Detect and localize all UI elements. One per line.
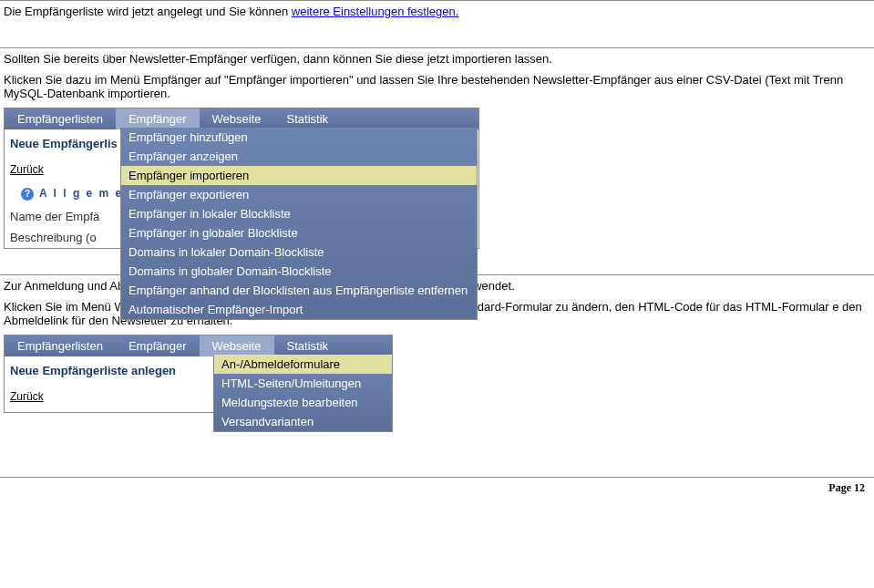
dropdown-item[interactable]: Meldungstexte bearbeiten [214, 393, 392, 412]
intro-text-1: Die Empfängerliste wird jetzt angelegt u… [4, 5, 292, 18]
dropdown-item[interactable]: Empfänger anzeigen [121, 147, 477, 166]
dropdown-item[interactable]: Empfänger in globaler Blockliste [121, 223, 477, 242]
dropdown-item[interactable]: An-/Abmeldeformulare [214, 355, 392, 374]
dropdown-item[interactable]: Empfänger exportieren [121, 185, 477, 204]
help-icon[interactable]: ? [21, 188, 34, 201]
webseite-dropdown: An-/AbmeldeformulareHTML-Seiten/Umleitun… [213, 355, 393, 432]
menu-bar-2: Empfängerlisten Empfänger Webseite Stati… [5, 335, 392, 356]
menu-bar-1: Empfängerlisten Empfänger Webseite Stati… [5, 108, 478, 129]
empfaenger-dropdown: Empfänger hinzufügenEmpfänger anzeigenEm… [120, 128, 478, 320]
settings-link[interactable]: weitere Einstellungen festlegen. [292, 5, 459, 18]
dropdown-item[interactable]: Automatischer Empfänger-Import [121, 300, 477, 319]
dropdown-item[interactable]: Empfänger in lokaler Blockliste [121, 204, 477, 223]
page-number: Page 12 [0, 478, 874, 500]
intro-line-3: Klicken Sie dazu im Menü Empfänger auf "… [0, 69, 874, 104]
dropdown-item[interactable]: Empfänger importieren [121, 166, 477, 185]
menu-tab-empfaengerlisten-2[interactable]: Empfängerlisten [5, 335, 116, 356]
menu-tab-statistik-2[interactable]: Statistik [274, 335, 342, 356]
menu-tab-empfaenger[interactable]: Empfänger [116, 108, 200, 129]
dropdown-item[interactable]: Versandvarianten [214, 412, 392, 431]
menu-tab-empfaenger-2[interactable]: Empfänger [116, 335, 200, 356]
intro-line-1: Die Empfängerliste wird jetzt angelegt u… [0, 1, 874, 22]
dropdown-item[interactable]: Domains in globaler Domain-Blockliste [121, 262, 477, 281]
menu-tab-statistik[interactable]: Statistik [274, 108, 342, 129]
menu-tab-webseite-2[interactable]: Webseite [200, 335, 274, 356]
dropdown-item[interactable]: Empfänger hinzufügen [121, 128, 477, 147]
dropdown-item[interactable]: Domains in lokaler Domain-Blockliste [121, 242, 477, 262]
intro-line-2: Sollten Sie bereits über Newsletter-Empf… [0, 48, 874, 69]
dropdown-item[interactable]: HTML-Seiten/Umleitungen [214, 374, 392, 393]
menu-tab-webseite[interactable]: Webseite [200, 108, 274, 129]
menu-tab-empfaengerlisten[interactable]: Empfängerlisten [5, 108, 116, 129]
dropdown-item[interactable]: Empfänger anhand der Blocklisten aus Emp… [121, 281, 477, 300]
